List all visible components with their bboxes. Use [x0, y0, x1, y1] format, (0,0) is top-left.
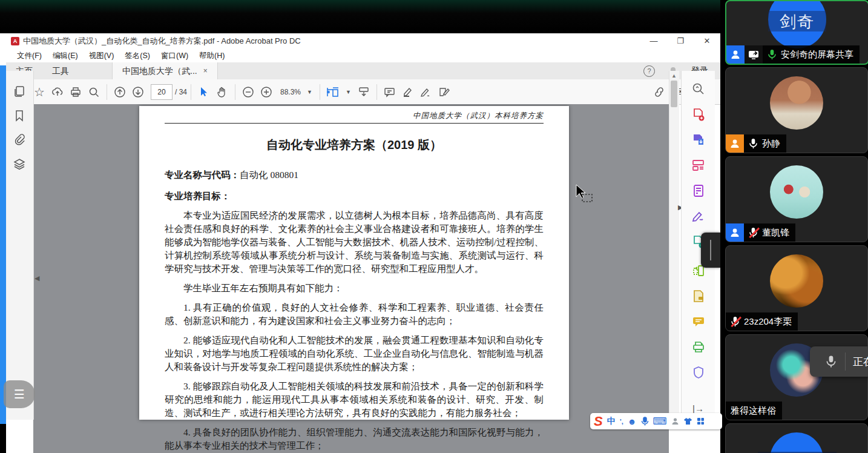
paragraph: 学生毕业五年左右预期具有如下能力： [165, 282, 544, 295]
participant-name: 孙静 [762, 138, 780, 150]
page-total-label: / 34 [175, 88, 187, 96]
pdf-page[interactable]: 中国地质大学（武汉）本科培养方案 自动化专业培养方案（2019 版） 专业名称与… [139, 106, 569, 420]
toolbar: ☆ / 34 88.3% [6, 79, 720, 105]
next-page-icon[interactable] [129, 84, 147, 101]
participant-tile[interactable]: 23z204李栗 [725, 245, 868, 331]
expand-tools-icon[interactable]: |→ [692, 403, 704, 414]
ime-toolbox-icon[interactable] [697, 417, 705, 425]
ime-account-icon[interactable] [671, 417, 679, 425]
sogou-logo-icon[interactable]: S [594, 413, 603, 429]
screen: A 中国地质大学（武汉）_自动化类_自动化_培养方案.pdf - Adobe A… [0, 0, 868, 453]
comment-tool-icon[interactable] [381, 84, 399, 101]
print-icon[interactable] [67, 84, 85, 101]
floating-list-button[interactable]: ☰ [4, 380, 35, 408]
search-icon[interactable] [85, 84, 103, 101]
edit-pdf-icon[interactable] [691, 158, 706, 173]
previous-page-icon[interactable] [111, 84, 129, 101]
comment-panel-icon[interactable] [691, 314, 706, 329]
zoom-out-icon[interactable] [239, 84, 257, 101]
role-badge-icon [726, 134, 744, 153]
ime-language-mode[interactable]: 中 [607, 416, 616, 427]
fill-sign-icon[interactable] [435, 84, 453, 101]
participant-tile-sharing[interactable]: 剑奇 安剑奇的屏幕共享 [725, 0, 868, 65]
menu-view[interactable]: 视图(V) [89, 51, 114, 61]
share-link-icon[interactable] [650, 84, 668, 101]
participant-tile[interactable] [725, 423, 868, 453]
zoom-level-value[interactable]: 88.3% [280, 88, 301, 96]
document-title: 自动化专业培养方案（2019 版） [165, 137, 544, 153]
restore-button[interactable]: ❐ [667, 33, 694, 49]
avatar [770, 165, 823, 219]
avatar [770, 254, 823, 308]
marquee-zoom-icon[interactable] [691, 82, 706, 96]
participant-name: 雅得这样俗 [731, 405, 776, 417]
avatar [770, 432, 823, 453]
fit-width-icon[interactable] [324, 84, 342, 101]
page-header: 中国地质大学（武汉）本科培养方案 [165, 111, 544, 121]
bookmarks-icon[interactable] [13, 109, 26, 122]
scrolling-mode-icon[interactable] [355, 84, 373, 101]
avatar: 剑奇 [768, 0, 826, 48]
participant-tile[interactable]: 董凯锋 [725, 156, 868, 242]
ime-keyboard-icon[interactable]: ⌨ [653, 415, 667, 427]
protect-icon[interactable] [691, 365, 706, 380]
major-name-code: 专业名称与代码：自动化 080801 [165, 169, 544, 182]
page-number-input[interactable] [151, 84, 173, 100]
scan-ocr-icon[interactable] [691, 340, 706, 354]
menu-edit[interactable]: 编辑(E) [53, 51, 78, 61]
page-thumbnails-icon[interactable] [13, 85, 26, 98]
goal-heading: 专业培养目标： [165, 190, 544, 203]
menu-file[interactable]: 文件(F) [17, 51, 42, 61]
select-tool-icon[interactable] [195, 84, 213, 101]
mouse-cursor [573, 184, 597, 208]
layers-icon[interactable] [13, 157, 26, 171]
tab-tools[interactable]: 工具 [42, 62, 79, 79]
participant-name: 安剑奇的屏幕共享 [781, 49, 853, 61]
highlighter-icon[interactable] [399, 84, 417, 101]
speaking-indicator-popup: 正在讲 [810, 346, 868, 377]
pdf-scrollbar[interactable]: ▲ ▼ [669, 71, 679, 420]
minimize-button[interactable]: — [640, 33, 667, 49]
mic-muted-icon [749, 227, 758, 238]
mic-muted-icon [731, 316, 740, 327]
close-button[interactable]: ✕ [694, 33, 720, 49]
paragraph: 1. 具有正确的价值观，良好的人文社会修养、科学和工程素养、职业道德、社会责任感… [165, 301, 544, 328]
ime-toolbar[interactable]: S 中 ’, ☻ ⌨ [590, 413, 722, 429]
tab-bar: 主页 工具 中国地质大学（武... × ? 登录 [6, 62, 720, 79]
hand-tool-icon[interactable] [213, 84, 231, 101]
document-viewport[interactable]: 中国地质大学（武汉）本科培养方案 自动化专业培养方案（2019 版） 专业名称与… [33, 104, 669, 453]
title-bar[interactable]: A 中国地质大学（武汉）_自动化类_自动化_培养方案.pdf - Adobe A… [6, 33, 720, 49]
request-signatures-icon[interactable] [691, 289, 706, 303]
window-title: 中国地质大学（武汉）_自动化类_自动化_培养方案.pdf - Adobe Acr… [23, 36, 301, 47]
speaking-label: 正在讲 [853, 355, 868, 369]
ime-voice-icon[interactable] [641, 417, 649, 426]
help-icon[interactable]: ? [643, 65, 655, 77]
zoom-dropdown-caret-icon[interactable]: ▼ [307, 89, 312, 95]
fill-and-sign-icon[interactable] [691, 209, 706, 223]
menu-help[interactable]: 帮助(H) [199, 51, 225, 61]
scrollbar-thumb[interactable] [671, 81, 677, 107]
participant-tile[interactable]: 孙静 [725, 67, 868, 153]
collapse-rail-icon[interactable]: ◀ [35, 274, 39, 282]
rich-media-icon[interactable] [691, 184, 706, 198]
scroll-up-icon[interactable]: ▲ [671, 73, 677, 79]
paragraph: 2. 能够适应现代自动化和人工智能技术的发展，融会贯通工程数理基本知识和自动化专… [165, 334, 544, 374]
tab-close-icon[interactable]: × [203, 62, 208, 79]
tab-document[interactable]: 中国地质大学（武... × [112, 62, 218, 79]
navigation-rail: ◀ [6, 71, 34, 420]
shared-screen-top-gap [0, 0, 720, 33]
sign-tool-icon[interactable] [417, 84, 435, 101]
attachments-icon[interactable] [13, 133, 26, 147]
ime-skin-icon[interactable] [683, 417, 692, 425]
meeting-panel-handle[interactable] [701, 233, 720, 268]
view-dropdown-caret-icon[interactable]: ▼ [346, 89, 351, 95]
zoom-in-icon[interactable] [257, 84, 275, 101]
create-pdf-icon[interactable] [691, 107, 706, 122]
ime-punctuation-icon[interactable]: ’, [620, 418, 623, 425]
export-pdf-icon[interactable] [691, 133, 706, 147]
cloud-upload-icon[interactable] [48, 84, 67, 101]
ime-emoji-icon[interactable]: ☻ [628, 417, 637, 426]
mic-popup-icon [826, 355, 837, 368]
menu-window[interactable]: 窗口(W) [161, 51, 188, 61]
menu-sign[interactable]: 签名(S) [125, 51, 150, 61]
